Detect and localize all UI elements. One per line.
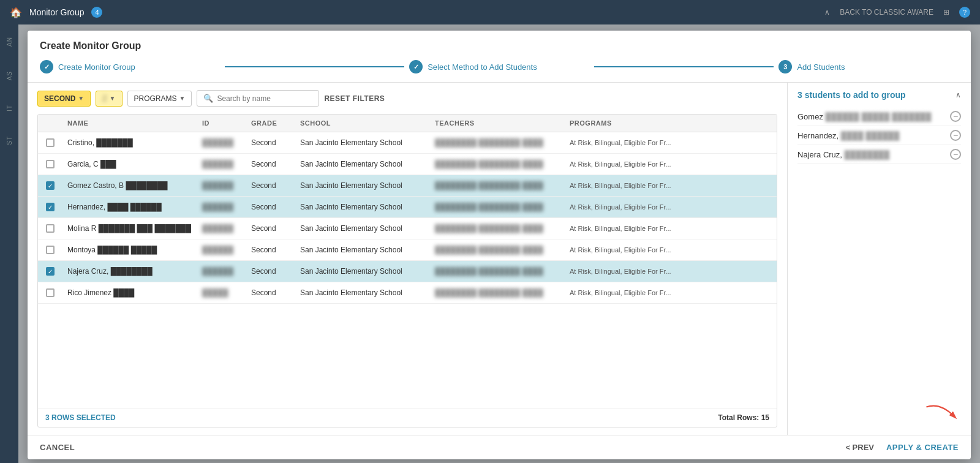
row-checkbox[interactable]: ✓ [46,267,55,276]
td-school: San Jacinto Elementary School [295,224,430,233]
td-id: ██████ [197,160,246,168]
row-checkbox[interactable] [46,160,55,168]
rows-selected-text: 3 ROWS SELECTED [45,413,116,422]
student-name: Hernandez, ████ ██████ [797,131,900,140]
td-teachers: ████████ ████████ ████ [430,288,565,297]
th-teachers: TEACHERS [430,119,565,127]
teacher-filter-value: Z [102,94,107,103]
search-input[interactable] [217,94,312,103]
cancel-button[interactable]: CANCEL [40,443,75,452]
row-checkbox[interactable]: ✓ [46,203,55,211]
reset-filters-btn[interactable]: RESET FILTERS [324,94,385,103]
td-checkbox [38,138,62,147]
modal-title: Create Monitor Group [40,40,959,51]
td-grade: Second [246,224,295,233]
grade-filter-label: SECOND [44,94,75,103]
collapse-icon[interactable]: ∧ [956,91,961,99]
stepper: ✓ Create Monitor Group ✓ Select Method t… [40,60,959,82]
th-id: ID [197,119,246,127]
td-teachers: ████████ ████████ ████ [430,181,565,190]
modal-overlay: Create Monitor Group ✓ Create Monitor Gr… [18,24,980,463]
td-programs: At Risk, Bilingual, Eligible For Fr... [565,139,777,146]
teacher-filter-btn[interactable]: Z ▼ [96,91,122,107]
remove-student-icon[interactable]: − [950,149,961,160]
table-row[interactable]: ✓ Gomez Castro, B ████████ ██████ Second… [38,175,777,197]
remove-student-icon[interactable]: − [950,130,961,141]
apply-create-button[interactable]: APPLY & CREATE [886,443,959,452]
td-grade: Second [246,138,295,147]
td-name: Cristino, ███████ [62,138,197,147]
help-icon[interactable]: ? [959,7,970,18]
td-programs: At Risk, Bilingual, Eligible For Fr... [565,225,777,232]
table-row[interactable]: ✓ Hernandez, ████ ██████ ██████ Second S… [38,197,777,218]
step-3-label: Add Students [797,62,845,72]
row-checkbox[interactable] [46,288,55,297]
td-name: Montoya ██████ █████ [62,246,197,254]
table-row[interactable]: Molina R ███████ ███ ███████ ██████ Seco… [38,218,777,239]
table-row[interactable]: Montoya ██████ █████ ██████ Second San J… [38,239,777,261]
total-rows-label: Total Rows: [718,413,761,422]
total-rows-count: 15 [761,413,769,422]
sidebar-label-as: AS [6,71,13,80]
step-line-1 [225,66,405,67]
step-3-badge: 3 [778,60,792,73]
td-teachers: ████████ ████████ ████ [430,160,565,168]
table-footer: 3 ROWS SELECTED Total Rows: 15 [38,408,777,427]
sidebar-label-st: ST [6,136,13,145]
programs-filter-btn[interactable]: PROGRAMS ▼ [127,91,192,107]
td-checkbox: ✓ [38,267,62,276]
td-name: Garcia, C ███ [62,160,197,168]
td-programs: At Risk, Bilingual, Eligible For Fr... [565,182,777,189]
teacher-chevron-icon: ▼ [110,95,116,102]
td-teachers: ████████ ████████ ████ [430,203,565,211]
filters-row: SECOND ▼ Z ▼ PROGRAMS ▼ 🔍 [37,90,777,107]
td-grade: Second [246,267,295,276]
home-icon[interactable]: 🏠 [10,7,22,18]
table-row[interactable]: Rico Jimenez ████ █████ Second San Jacin… [38,282,777,304]
td-grade: Second [246,246,295,254]
step-1: ✓ Create Monitor Group [40,60,220,73]
td-school: San Jacinto Elementary School [295,138,430,147]
chevron-up-icon[interactable]: ∧ [824,8,830,17]
sidebar-label-an: AN [6,37,13,47]
student-name: Gomez ██████ █████ ███████ [797,112,932,121]
topnav: 🏠 Monitor Group 4 ∧ BACK TO CLASSIC AWAR… [0,0,980,24]
td-checkbox: ✓ [38,203,62,211]
td-grade: Second [246,160,295,168]
td-name: Molina R ███████ ███ ███████ [62,224,197,233]
back-to-classic[interactable]: BACK TO CLASSIC AWARE [840,8,933,17]
table-row[interactable]: Garcia, C ███ ██████ Second San Jacinto … [38,154,777,175]
td-programs: At Risk, Bilingual, Eligible For Fr... [565,289,777,296]
td-programs: At Risk, Bilingual, Eligible For Fr... [565,160,777,168]
table-row[interactable]: Cristino, ███████ ██████ Second San Jaci… [38,132,777,154]
td-name: Rico Jimenez ████ [62,288,197,297]
td-school: San Jacinto Elementary School [295,203,430,211]
topnav-right: ∧ BACK TO CLASSIC AWARE ⊞ ? [824,7,970,18]
td-programs: At Risk, Bilingual, Eligible For Fr... [565,246,777,254]
remove-student-icon[interactable]: − [950,111,961,122]
table-header: NAME ID GRADE SCHOOL TEACHERS PROGRAMS [38,115,777,132]
grade-filter-btn[interactable]: SECOND ▼ [37,91,91,107]
td-school: San Jacinto Elementary School [295,267,430,276]
panel-count-label: 3 students to add to group [797,90,906,100]
search-icon: 🔍 [203,94,213,103]
prev-button[interactable]: < PREV [845,443,874,452]
row-checkbox[interactable] [46,138,55,147]
footer-right: < PREV APPLY & CREATE [845,443,959,452]
search-box[interactable]: 🔍 [197,90,319,107]
td-school: San Jacinto Elementary School [295,160,430,168]
row-checkbox[interactable]: ✓ [46,181,55,190]
programs-chevron-icon: ▼ [179,95,186,102]
right-panel: 3 students to add to group ∧ Gomez █████… [787,83,971,435]
td-id: █████ [197,288,246,297]
grid-icon[interactable]: ⊞ [943,8,949,17]
row-checkbox[interactable] [46,246,55,254]
table-row[interactable]: ✓ Najera Cruz, ████████ ██████ Second Sa… [38,261,777,282]
panel-header: 3 students to add to group ∧ [797,90,961,100]
td-grade: Second [246,203,295,211]
main-area: Create Monitor Group ✓ Create Monitor Gr… [18,24,980,463]
modal-footer: CANCEL < PREV APPLY & CREATE [28,435,971,459]
row-checkbox[interactable] [46,224,55,233]
programs-filter-label: PROGRAMS [134,94,177,103]
topnav-badge: 4 [91,7,102,18]
